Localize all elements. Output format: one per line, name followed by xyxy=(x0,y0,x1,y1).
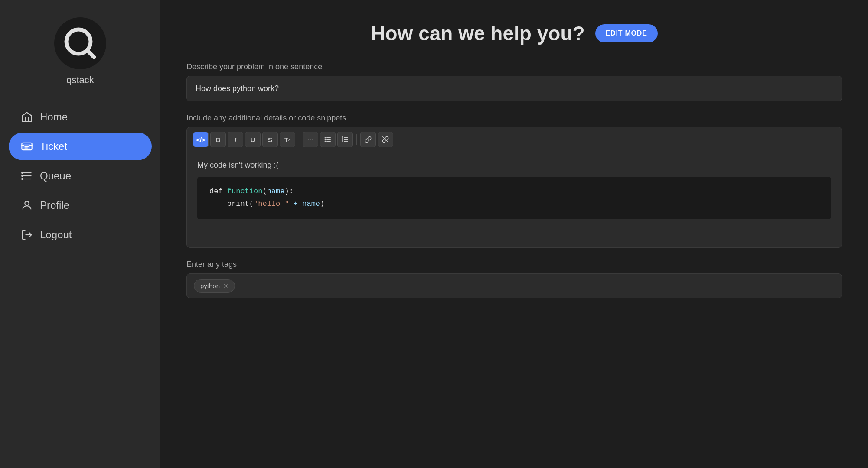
svg-text:3.: 3. xyxy=(342,140,344,142)
sidebar-item-label: Logout xyxy=(40,229,72,241)
tag-chip-remove[interactable]: ✕ xyxy=(223,283,228,289)
problem-section: Describe your problem in one sentence xyxy=(186,62,842,101)
editor-body[interactable]: My code isn't working :( def function(na… xyxy=(187,152,842,247)
toolbar-strikethrough-btn[interactable]: S xyxy=(262,132,278,147)
code-param: name xyxy=(267,187,285,195)
bullet-list-icon xyxy=(324,136,331,143)
details-label: Include any additional details or code s… xyxy=(186,114,842,123)
toolbar-numbered-btn[interactable]: 1. 2. 3. xyxy=(337,132,353,147)
q-logo-svg xyxy=(63,26,98,61)
tag-chip-label: python xyxy=(200,282,220,289)
sidebar-logo: qstack xyxy=(54,17,106,86)
toolbar-bold-btn[interactable]: B xyxy=(210,132,226,147)
toolbar-link-btn[interactable] xyxy=(360,132,376,147)
svg-rect-20 xyxy=(344,137,348,138)
code-string-val: "hello " xyxy=(254,200,289,208)
svg-point-9 xyxy=(22,176,23,177)
toolbar-more-btn[interactable]: ··· xyxy=(303,132,318,147)
svg-rect-24 xyxy=(344,141,348,142)
toolbar-code-btn[interactable]: </> xyxy=(193,132,209,147)
edit-mode-button[interactable]: EDIT MODE xyxy=(595,24,658,42)
svg-rect-14 xyxy=(326,137,331,138)
code-line-1: def function(name): xyxy=(209,185,819,198)
sidebar-item-ticket[interactable]: Ticket xyxy=(9,133,152,160)
logo-text: qstack xyxy=(66,75,94,86)
toolbar-clearformat-btn[interactable]: Tx xyxy=(280,132,295,147)
sidebar-item-label: Profile xyxy=(40,199,69,211)
toolbar-underline-btn[interactable]: U xyxy=(245,132,261,147)
profile-icon xyxy=(21,199,33,211)
svg-rect-22 xyxy=(344,139,348,140)
sidebar-item-label: Ticket xyxy=(40,140,67,153)
code-def: def xyxy=(209,187,227,195)
details-section: Include any additional details or code s… xyxy=(186,114,842,248)
svg-point-11 xyxy=(25,202,29,205)
unlink-icon xyxy=(382,136,389,143)
tags-section: Enter any tags python ✕ xyxy=(186,260,842,298)
code-fn-name: function xyxy=(227,187,263,195)
code-indent xyxy=(209,200,227,208)
toolbar-sep-1 xyxy=(299,134,299,145)
toolbar-sep-2 xyxy=(356,134,357,145)
sidebar-nav: Home Ticket Queue xyxy=(0,103,160,249)
svg-rect-16 xyxy=(326,139,331,140)
problem-input[interactable] xyxy=(186,76,842,101)
logo-icon xyxy=(54,17,106,69)
code-line-2: print("hello " + name) xyxy=(209,198,819,211)
main-content: How can we help you? EDIT MODE Describe … xyxy=(160,0,868,468)
code-var-name: name xyxy=(302,200,320,208)
sidebar-item-label: Home xyxy=(40,111,68,123)
svg-point-8 xyxy=(22,172,23,174)
sidebar-item-queue[interactable]: Queue xyxy=(9,162,152,190)
problem-label: Describe your problem in one sentence xyxy=(186,62,842,72)
toolbar-italic-btn[interactable]: I xyxy=(228,132,243,147)
sidebar-item-profile[interactable]: Profile xyxy=(9,192,152,219)
svg-point-13 xyxy=(325,137,326,139)
svg-line-2 xyxy=(87,50,94,57)
svg-rect-18 xyxy=(326,141,331,142)
sidebar: qstack Home Ticket xyxy=(0,0,160,468)
editor-initial-text: My code isn't working :( xyxy=(197,161,831,170)
ticket-icon xyxy=(21,140,33,153)
tag-chip-python: python ✕ xyxy=(194,279,235,292)
toolbar-bullet-btn[interactable] xyxy=(320,132,336,147)
tags-label: Enter any tags xyxy=(186,260,842,269)
numbered-list-icon: 1. 2. 3. xyxy=(342,136,349,143)
code-open-paren: ( xyxy=(262,187,267,195)
code-plus-op: + xyxy=(289,200,303,208)
logout-icon xyxy=(21,229,33,241)
code-print-open: ( xyxy=(249,200,254,208)
sidebar-item-logout[interactable]: Logout xyxy=(9,221,152,249)
home-icon xyxy=(21,111,33,123)
svg-point-15 xyxy=(325,139,326,140)
page-title: How can we help you? xyxy=(371,22,584,45)
sidebar-item-home[interactable]: Home xyxy=(9,103,152,131)
tag-input-area[interactable]: python ✕ xyxy=(186,273,842,298)
page-header: How can we help you? EDIT MODE xyxy=(186,22,842,45)
code-print-close: ) xyxy=(320,200,324,208)
svg-point-10 xyxy=(22,179,23,180)
svg-point-17 xyxy=(325,141,326,142)
link-icon xyxy=(365,136,372,143)
code-print: print xyxy=(227,200,249,208)
toolbar-unlink-btn[interactable] xyxy=(378,132,393,147)
editor-toolbar: </> B I U S Tx ··· 1. xyxy=(187,127,842,152)
code-close-paren: ): xyxy=(284,187,293,195)
sidebar-item-label: Queue xyxy=(40,170,71,182)
rich-text-editor: </> B I U S Tx ··· 1. xyxy=(186,127,842,248)
queue-icon xyxy=(21,170,33,182)
code-block: def function(name): print("hello " + nam… xyxy=(197,177,831,219)
